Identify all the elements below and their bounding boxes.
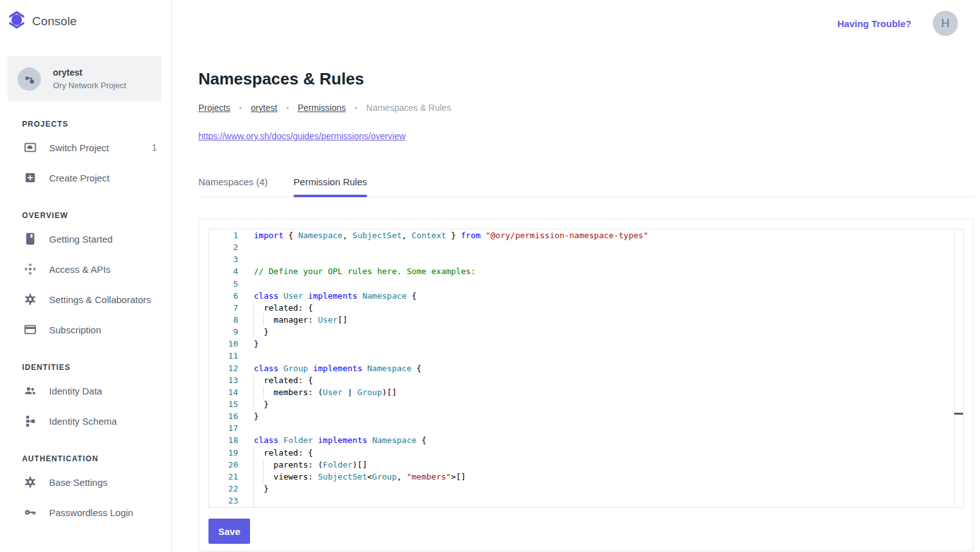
indent-guide	[253, 386, 254, 398]
line-number: 17	[209, 422, 238, 434]
switch-project-count-badge: 1	[152, 142, 157, 152]
sidebar-item-label: Passwordless Login	[49, 507, 157, 518]
code-line: 23	[209, 495, 963, 507]
code-text: }	[254, 410, 963, 422]
code-text: import { Namespace, SubjectSet, Context …	[254, 229, 963, 241]
code-line: 11	[209, 350, 963, 362]
code-text: // Define your OPL rules here. Some exam…	[254, 265, 963, 277]
code-text	[254, 495, 963, 507]
line-number: 5	[209, 278, 238, 290]
code-line: 17	[209, 422, 963, 434]
line-number: 15	[209, 398, 238, 410]
code-lines: 1import { Namespace, SubjectSet, Context…	[209, 229, 963, 508]
line-number: 4	[209, 265, 238, 277]
line-number: 21	[209, 471, 238, 483]
breadcrumb-current: Namespaces & Rules	[367, 103, 452, 113]
sidebar-item-label: Subscription	[49, 325, 157, 335]
sidebar-item-label: Base Settings	[49, 477, 157, 488]
code-text: }	[254, 326, 963, 338]
code-line: 18class Folder implements Namespace {	[209, 434, 963, 446]
code-text: class Folder implements Namespace {	[254, 434, 963, 446]
save-button[interactable]: Save	[208, 519, 250, 544]
app-title: Console	[32, 14, 77, 28]
indent-guide	[253, 483, 254, 495]
active-project-card[interactable]: orytest Ory Network Project	[8, 56, 161, 101]
breadcrumb-separator-icon: •	[355, 103, 358, 113]
line-number: 9	[209, 326, 238, 338]
code-text: viewers: SubjectSet<Group, "members">[]	[254, 471, 963, 483]
line-number: 19	[209, 447, 238, 459]
sidebar-item-passwordless-login[interactable]: Passwordless Login	[0, 497, 171, 527]
code-line: 22 }	[209, 483, 963, 495]
docs-link[interactable]: https://www.ory.sh/docs/guides/permissio…	[198, 131, 406, 141]
sidebar-section-projects: PROJECTS	[22, 120, 157, 129]
sidebar-item-switch-project[interactable]: Switch Project 1	[0, 132, 171, 163]
line-number: 1	[209, 229, 238, 241]
code-line: 4// Define your OPL rules here. Some exa…	[209, 265, 963, 277]
code-text	[254, 278, 963, 290]
breadcrumb-orytest[interactable]: orytest	[251, 103, 277, 113]
sidebar-item-access-apis[interactable]: Access & APIs	[0, 254, 171, 284]
sidebar-item-subscription[interactable]: Subscription	[0, 314, 171, 345]
breadcrumb-permissions[interactable]: Permissions	[298, 103, 346, 113]
code-text	[254, 350, 963, 362]
credit-card-icon	[23, 323, 37, 336]
breadcrumb-projects[interactable]: Projects	[198, 103, 231, 113]
sidebar-item-base-settings[interactable]: Base Settings	[0, 467, 171, 497]
access-apis-icon	[23, 262, 37, 276]
tab-bar: Namespaces (4) Permission Rules	[198, 171, 974, 197]
sidebar-item-identity-data[interactable]: Identity Data	[0, 376, 171, 406]
sidebar-item-label: Getting Started	[49, 234, 157, 244]
code-line: 19 related: {	[209, 447, 963, 459]
line-number: 7	[209, 302, 238, 314]
code-text: members: (User | Group)[]	[254, 386, 963, 398]
opl-code-editor[interactable]: 1import { Namespace, SubjectSet, Context…	[208, 229, 964, 508]
indent-guide	[253, 398, 254, 410]
key-icon	[23, 505, 37, 519]
sidebar-item-settings-collaborators[interactable]: Settings & Collaborators	[0, 284, 171, 314]
indent-guide	[253, 459, 254, 471]
code-text	[254, 241, 963, 253]
code-line: 16}	[209, 410, 963, 422]
indent-guide	[253, 302, 254, 314]
indent-guide	[253, 326, 254, 338]
create-project-icon	[23, 171, 37, 185]
line-number: 14	[209, 386, 238, 398]
code-text: related: {	[254, 447, 963, 459]
line-number: 22	[209, 483, 238, 495]
sidebar-item-label: Identity Data	[49, 386, 157, 396]
code-line: 6class User implements Namespace {	[209, 290, 963, 302]
tab-permission-rules[interactable]: Permission Rules	[293, 171, 367, 197]
breadcrumb-separator-icon: •	[239, 103, 242, 113]
code-line: 8 manager: User[]	[209, 314, 963, 326]
page-title: Namespaces & Rules	[198, 69, 974, 89]
sidebar-item-label: Create Project	[49, 173, 157, 183]
code-text: permits = {	[254, 507, 963, 508]
code-line: 13 related: {	[209, 374, 963, 386]
sidebar-item-getting-started[interactable]: Getting Started	[0, 224, 171, 254]
indent-guide	[253, 447, 254, 459]
sidebar-item-label: Identity Schema	[49, 416, 157, 427]
code-line: 12class Group implements Namespace {	[209, 362, 963, 374]
editor-scrollbar[interactable]	[954, 229, 963, 507]
app-logo[interactable]: Console	[0, 0, 171, 33]
sidebar: Console orytest Ory Network Project PROJ…	[0, 0, 172, 552]
tab-namespaces[interactable]: Namespaces (4)	[198, 171, 268, 197]
main-content: Namespaces & Rules Projects • orytest • …	[172, 0, 980, 552]
indent-guide	[263, 386, 264, 398]
code-text: }	[254, 338, 963, 350]
code-text: related: {	[254, 302, 963, 314]
code-text: class User implements Namespace {	[254, 290, 963, 302]
sidebar-item-label: Switch Project	[49, 142, 140, 153]
code-line: 2	[209, 241, 963, 253]
people-icon	[23, 384, 37, 398]
sidebar-item-identity-schema[interactable]: Identity Schema	[0, 406, 171, 436]
sidebar-item-create-project[interactable]: Create Project	[0, 163, 171, 193]
gear-icon	[23, 292, 37, 306]
getting-started-icon	[23, 232, 37, 246]
line-number: 13	[209, 374, 238, 386]
ory-logo-icon	[8, 9, 26, 33]
code-text: manager: User[]	[254, 314, 963, 326]
line-number: 23	[209, 495, 238, 507]
line-number: 2	[209, 241, 238, 253]
